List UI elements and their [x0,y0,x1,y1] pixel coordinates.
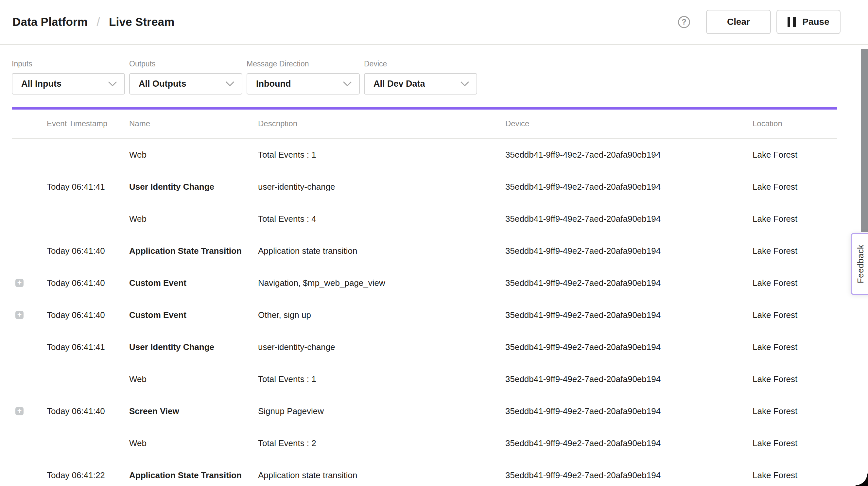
help-icon[interactable]: ? [678,16,690,28]
table-row[interactable]: + Today 06:41:41 User Identity Change us… [0,171,868,203]
event-table: + Web Total Events : 1 35eddb41-9ff9-49e… [0,139,868,486]
filters-bar: Inputs All Inputs Outputs All Outputs Me… [0,45,868,94]
cell-description: Other, sign up [258,310,311,320]
table-row[interactable]: + Today 06:41:40 Custom Event Other, sig… [0,299,868,331]
feedback-tab[interactable]: Feedback [851,233,868,295]
expand-plus-icon[interactable]: + [16,407,24,415]
table-row[interactable]: + Web Total Events : 1 35eddb41-9ff9-49e… [0,139,868,171]
cell-name: Custom Event [129,278,186,288]
column-header-description: Description [258,119,297,128]
table-row[interactable]: + Web Total Events : 2 35eddb41-9ff9-49e… [0,427,868,459]
cell-location: Lake Forest [752,374,797,384]
table-row[interactable]: + Today 06:41:40 Screen View Signup Page… [0,395,868,427]
table-row[interactable]: + Web Total Events : 4 35eddb41-9ff9-49e… [0,203,868,235]
filter-inputs-label: Inputs [12,60,125,68]
filter-device-label: Device [364,60,477,68]
filter-outputs-label: Outputs [129,60,242,68]
table-row[interactable]: + Today 06:41:40 Custom Event Navigation… [0,267,868,299]
cell-name: User Identity Change [129,342,214,352]
cell-description: user-identity-change [258,342,335,352]
cell-location: Lake Forest [752,182,797,192]
cell-description: Total Events : 1 [258,374,316,384]
pause-icon [787,17,796,27]
table-row[interactable]: + Today 06:41:40 Application State Trans… [0,235,868,267]
help-glyph: ? [682,18,686,27]
filter-message-direction: Message Direction Inbound [247,60,360,94]
device-dropdown[interactable]: All Dev Data [364,73,477,94]
cell-description: Application state transition [258,470,358,481]
cell-location: Lake Forest [752,150,797,160]
pause-button[interactable]: Pause [776,10,840,34]
cell-name: Web [129,150,147,160]
cell-device: 35eddb41-9ff9-49e2-7aed-20afa90eb194 [505,406,661,416]
column-header-device: Device [505,119,529,128]
cell-device: 35eddb41-9ff9-49e2-7aed-20afa90eb194 [505,182,661,192]
cell-event-timestamp: Today 06:41:22 [47,470,105,481]
cell-description: Total Events : 1 [258,150,316,160]
outputs-dropdown[interactable]: All Outputs [129,73,242,94]
cell-location: Lake Forest [752,406,797,416]
cell-name: Web [129,438,147,448]
cell-device: 35eddb41-9ff9-49e2-7aed-20afa90eb194 [505,278,661,288]
expand-plus-icon[interactable]: + [16,311,24,319]
cell-description: Total Events : 4 [258,214,316,224]
cell-description: user-identity-change [258,182,335,192]
window-corner [856,474,868,486]
cell-description: Total Events : 2 [258,438,316,448]
cell-event-timestamp: Today 06:41:41 [47,182,105,192]
chevron-down-icon [460,81,469,87]
cell-event-timestamp: Today 06:41:40 [47,310,105,320]
filter-message-direction-label: Message Direction [247,60,360,68]
cell-device: 35eddb41-9ff9-49e2-7aed-20afa90eb194 [505,470,661,481]
cell-device: 35eddb41-9ff9-49e2-7aed-20afa90eb194 [505,438,661,448]
cell-name: Application State Transition [129,470,242,481]
cell-location: Lake Forest [752,342,797,352]
cell-device: 35eddb41-9ff9-49e2-7aed-20afa90eb194 [505,374,661,384]
chevron-down-icon [108,81,117,87]
accent-divider [12,107,837,110]
breadcrumb: Data Platform / Live Stream [12,15,175,29]
cell-device: 35eddb41-9ff9-49e2-7aed-20afa90eb194 [505,214,661,224]
breadcrumb-section[interactable]: Data Platform [12,16,88,28]
message-direction-dropdown-value: Inbound [256,79,291,89]
cell-description: Signup Pageview [258,406,324,416]
cell-device: 35eddb41-9ff9-49e2-7aed-20afa90eb194 [505,310,661,320]
cell-name: Web [129,214,147,224]
table-row[interactable]: + Today 06:41:22 Application State Trans… [0,459,868,486]
header-actions: ? Clear Pause [678,10,840,34]
inputs-dropdown[interactable]: All Inputs [12,73,125,94]
column-header-name: Name [129,119,150,128]
cell-name: Application State Transition [129,246,242,256]
cell-event-timestamp: Today 06:41:40 [47,406,105,416]
chevron-down-icon [343,81,352,87]
table-header-row: Event Timestamp Name Description Device … [12,110,837,139]
chevron-down-icon [225,81,235,87]
filter-outputs: Outputs All Outputs [129,60,242,94]
scrollbar-thumb[interactable] [861,49,868,232]
cell-location: Lake Forest [752,310,797,320]
table-row[interactable]: + Web Total Events : 1 35eddb41-9ff9-49e… [0,363,868,395]
cell-location: Lake Forest [752,214,797,224]
table-row[interactable]: + Today 06:41:41 User Identity Change us… [0,331,868,363]
inputs-dropdown-value: All Inputs [21,79,61,89]
cell-device: 35eddb41-9ff9-49e2-7aed-20afa90eb194 [505,246,661,256]
cell-location: Lake Forest [752,278,797,288]
page-header: Data Platform / Live Stream ? Clear Paus… [0,0,868,45]
cell-event-timestamp: Today 06:41:40 [47,246,105,256]
cell-device: 35eddb41-9ff9-49e2-7aed-20afa90eb194 [505,150,661,160]
column-header-location: Location [752,119,782,128]
cell-name: Screen View [129,406,179,416]
feedback-tab-label: Feedback [856,245,866,283]
expand-plus-icon[interactable]: + [16,279,24,287]
pause-button-label: Pause [802,17,829,27]
cell-name: Web [129,374,147,384]
outputs-dropdown-value: All Outputs [139,79,186,89]
cell-description: Application state transition [258,246,358,256]
cell-name: Custom Event [129,310,186,320]
cell-description: Navigation, $mp_web_page_view [258,278,385,288]
message-direction-dropdown[interactable]: Inbound [247,73,360,94]
page-title: Live Stream [109,16,175,28]
cell-location: Lake Forest [752,438,797,448]
clear-button[interactable]: Clear [706,10,771,34]
column-header-event-timestamp: Event Timestamp [47,119,107,128]
